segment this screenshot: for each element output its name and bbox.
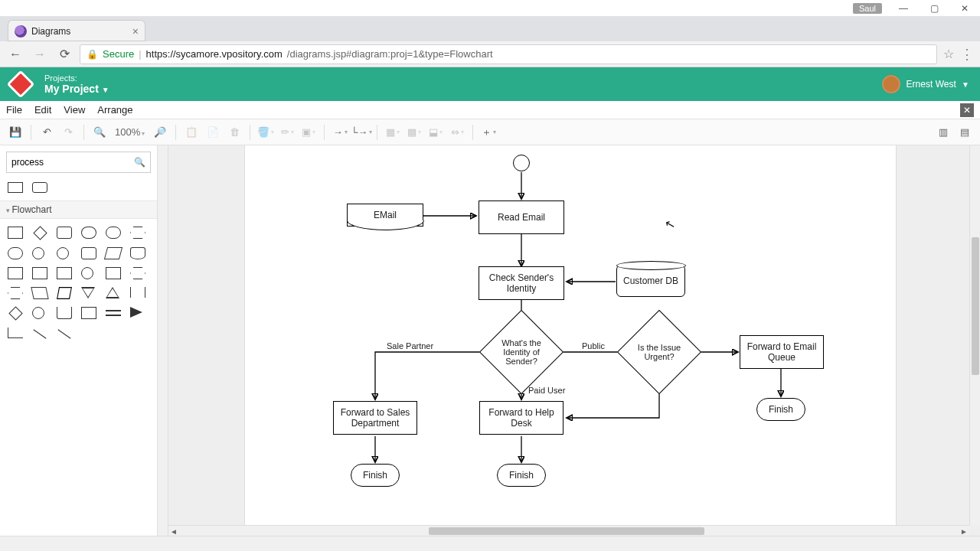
shape-internal-storage[interactable]: [8, 267, 23, 279]
shape-card[interactable]: [81, 247, 96, 259]
copy-button[interactable]: 📋: [182, 123, 201, 142]
shape-or[interactable]: [57, 247, 69, 259]
shape-terminator[interactable]: [106, 227, 121, 239]
shape-off-page-ref[interactable]: [57, 307, 72, 319]
scroll-right-icon[interactable]: ►: [959, 526, 969, 536]
shape-module[interactable]: [106, 267, 121, 279]
shape-manual-input[interactable]: [31, 287, 48, 299]
shape-display[interactable]: [8, 287, 23, 299]
shape-search[interactable]: 🔍: [6, 152, 151, 173]
tab-close-icon[interactable]: ×: [132, 25, 139, 37]
shape-arrow-line[interactable]: [58, 329, 71, 338]
scroll-left-icon[interactable]: ◄: [168, 526, 179, 536]
shape-rounded-rect[interactable]: [57, 227, 72, 239]
shape-diamond[interactable]: [33, 226, 47, 240]
save-button[interactable]: 💾: [6, 123, 24, 142]
shape-ellipse[interactable]: [81, 227, 96, 239]
node-identity-decision[interactable]: What's the Identity of Sender?: [492, 322, 551, 382]
shape-rect[interactable]: [8, 227, 23, 239]
shape-database[interactable]: [130, 247, 145, 259]
scroll-thumb[interactable]: [972, 237, 979, 375]
bookmark-star-icon[interactable]: ☆: [943, 47, 954, 61]
menu-edit[interactable]: Edit: [34, 104, 51, 116]
vertical-scrollbar[interactable]: [969, 145, 980, 525]
node-forward-helpdesk[interactable]: Forward to Help Desk: [479, 401, 564, 435]
outline-panel-button[interactable]: ▤: [956, 123, 974, 142]
align-button[interactable]: ⬓: [426, 123, 445, 142]
menu-view[interactable]: View: [64, 104, 85, 116]
canvas-page[interactable]: EMail Read Email Check Sender's Identity…: [245, 145, 896, 536]
app-logo-icon[interactable]: [7, 70, 35, 99]
window-maximize-button[interactable]: ▢: [919, 0, 949, 17]
node-finish-3[interactable]: Finish: [756, 398, 805, 421]
paste-button[interactable]: 📄: [204, 123, 222, 142]
shape-subroutine[interactable]: [57, 267, 72, 279]
shape-merge[interactable]: [81, 287, 95, 298]
node-finish-2[interactable]: Finish: [497, 464, 546, 487]
delete-button[interactable]: 🗑: [225, 123, 243, 142]
zoom-out-button[interactable]: 🔍: [90, 123, 109, 142]
fill-color-button[interactable]: 🪣: [256, 123, 275, 142]
connector-style-button[interactable]: └→: [352, 123, 371, 142]
format-panel-button[interactable]: ▥: [934, 123, 952, 142]
project-switcher[interactable]: Projects: My Project▼: [44, 73, 109, 95]
shape-stored-data[interactable]: [8, 247, 23, 259]
horizontal-scrollbar[interactable]: ◄ ►: [168, 525, 969, 536]
shape-on-page-ref[interactable]: [32, 307, 44, 319]
node-start[interactable]: [513, 155, 530, 171]
browser-menu-icon[interactable]: ⋮: [960, 46, 974, 63]
shape-annotation[interactable]: [81, 307, 96, 319]
browser-tab[interactable]: Diagrams ×: [8, 20, 145, 41]
node-check-sender[interactable]: Check Sender's Identity: [479, 266, 564, 300]
node-forward-queue[interactable]: Forward to Email Queue: [740, 335, 824, 369]
panel-close-button[interactable]: ✕: [960, 103, 974, 117]
to-back-button[interactable]: ▩: [405, 123, 423, 142]
shape-extract[interactable]: [106, 287, 119, 298]
node-email-doc[interactable]: EMail: [347, 204, 423, 227]
zoom-level[interactable]: 100%: [112, 126, 148, 138]
nav-forward-button[interactable]: →: [31, 47, 49, 61]
shape-process[interactable]: [8, 182, 23, 193]
shape-elbow[interactable]: [8, 328, 23, 338]
node-customer-db[interactable]: Customer DB: [616, 265, 685, 297]
menu-arrange[interactable]: Arrange: [97, 104, 132, 116]
shadow-button[interactable]: ▣: [299, 123, 318, 142]
shape-summing[interactable]: [32, 247, 44, 259]
shape-sort[interactable]: [8, 306, 22, 320]
connector-end-button[interactable]: →: [331, 123, 349, 142]
shape-line[interactable]: [34, 329, 47, 338]
shape-data-io[interactable]: [104, 247, 122, 259]
canvas-viewport[interactable]: EMail Read Email Check Sender's Identity…: [168, 145, 980, 536]
distribute-button[interactable]: ⇔: [448, 123, 466, 142]
to-front-button[interactable]: ▦: [384, 123, 402, 142]
search-input[interactable]: [11, 157, 134, 168]
insert-button[interactable]: ＋: [479, 123, 498, 142]
undo-button[interactable]: ↶: [38, 123, 56, 142]
node-read-email[interactable]: Read Email: [479, 201, 564, 234]
redo-button[interactable]: ↷: [59, 123, 77, 142]
scroll-thumb[interactable]: [429, 527, 704, 535]
shape-preparation[interactable]: [130, 267, 145, 279]
user-avatar-icon[interactable]: [882, 75, 900, 93]
address-bar[interactable]: 🔒 Secure | https://sycamore.vpository.co…: [80, 44, 937, 64]
category-flowchart[interactable]: Flowchart: [0, 201, 157, 219]
line-color-button[interactable]: ✏: [278, 123, 296, 142]
shape-loop-limit[interactable]: [57, 287, 72, 299]
shape-predefined[interactable]: [32, 267, 47, 279]
menu-file[interactable]: File: [6, 104, 22, 116]
shape-connector[interactable]: [81, 267, 93, 279]
shape-hexagon[interactable]: [130, 227, 145, 239]
shape-process-rounded[interactable]: [32, 182, 47, 193]
node-urgent-decision[interactable]: Is the Issue Urgent?: [629, 322, 689, 382]
nav-back-button[interactable]: ←: [6, 47, 24, 61]
user-menu[interactable]: Ernest West ▼: [906, 79, 969, 90]
shape-arrow[interactable]: [130, 307, 142, 318]
node-finish-1[interactable]: Finish: [351, 464, 400, 487]
window-minimize-button[interactable]: —: [888, 0, 919, 17]
node-forward-sales[interactable]: Forward to Sales Department: [333, 401, 417, 435]
shape-parallel[interactable]: [106, 310, 121, 316]
window-close-button[interactable]: ✕: [949, 0, 980, 17]
nav-reload-button[interactable]: ⟳: [55, 47, 74, 61]
shape-collate[interactable]: [130, 287, 145, 298]
zoom-in-button[interactable]: 🔎: [151, 123, 169, 142]
